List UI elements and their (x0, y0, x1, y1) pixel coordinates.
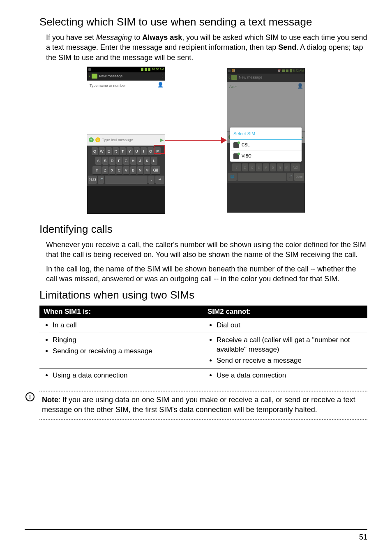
key[interactable]: O (148, 147, 154, 155)
key[interactable]: R (113, 147, 119, 155)
arrow-line (165, 140, 222, 141)
table-cell: Using a data connection (53, 370, 201, 381)
status-bar: 10:30 AM (87, 67, 165, 72)
screenshot-row: 10:30 AM ‹ New message ⋮ Type name or nu… (25, 67, 367, 214)
key[interactable]: W (99, 147, 105, 155)
dialog-title: Select SIM (230, 127, 302, 140)
key[interactable]: F (116, 157, 122, 165)
key[interactable]: Y (127, 147, 133, 155)
key[interactable]: B (130, 166, 136, 174)
space-key[interactable] (105, 176, 148, 184)
table-row: In a call Dial out (39, 318, 367, 333)
key[interactable]: U (134, 147, 140, 155)
recipient-input[interactable]: Type name or number 👤 (87, 81, 165, 89)
symbols-key[interactable]: ?123 (88, 176, 97, 184)
key[interactable]: E (106, 147, 112, 155)
key[interactable]: V (123, 166, 129, 174)
signal-icon (141, 68, 143, 71)
para-calls-2: In the call log, the name of the SIM wil… (46, 264, 367, 284)
mic-key[interactable]: 🎤 (98, 176, 104, 184)
limitations-table: When SIM1 is: SIM2 cannot: In a call Dia… (39, 306, 367, 383)
table-header-sim2: SIM2 cannot: (203, 306, 367, 318)
add-contact-icon[interactable]: 👤 (157, 81, 164, 88)
compose-input[interactable]: Type text message (102, 137, 159, 142)
highlight-box (154, 145, 165, 154)
text: to (132, 33, 142, 42)
key[interactable]: G (123, 157, 129, 165)
send-button[interactable]: ▶ (160, 137, 164, 143)
key[interactable]: K (144, 157, 150, 165)
table-cell: Ringing (53, 335, 201, 346)
message-icon (92, 74, 97, 79)
note-text: : If you are using data on one SIM and y… (42, 396, 355, 414)
enter-key[interactable]: ↵ (155, 176, 164, 184)
sim-icon (233, 153, 239, 159)
info-icon: ! (25, 392, 35, 401)
key[interactable]: M (144, 166, 150, 174)
emoji-icon[interactable]: ☺ (95, 137, 100, 142)
key[interactable]: T (120, 147, 126, 155)
sim-label: VIBO (242, 153, 251, 159)
screen-title: New message (99, 74, 158, 79)
key[interactable]: S (102, 157, 108, 165)
key[interactable]: X (109, 166, 115, 174)
key[interactable]: H (130, 157, 136, 165)
heading-identifying-calls: Identifying calls (39, 222, 367, 236)
table-row: Using a data connection Use a data conne… (39, 368, 367, 383)
status-time: 10:30 AM (152, 67, 164, 71)
key[interactable]: J (137, 157, 143, 165)
usb-icon (88, 68, 91, 71)
table-cell: Dial out (217, 320, 365, 331)
screenshot-new-message: 10:30 AM ‹ New message ⋮ Type name or nu… (87, 67, 165, 214)
text-bold: Always ask (142, 33, 182, 42)
signal-icon (145, 68, 147, 71)
attach-icon[interactable]: + (89, 137, 94, 142)
key[interactable]: C (116, 166, 122, 174)
note-label: Note (42, 396, 58, 404)
table-header-sim1: When SIM1 is: (39, 306, 203, 318)
table-cell: Send or receive a message (217, 355, 365, 366)
para-select-sim: If you have set Messaging to Always ask,… (46, 32, 367, 63)
key[interactable]: Q (92, 147, 98, 155)
table-cell: In a call (53, 320, 201, 331)
key[interactable]: L (151, 157, 157, 165)
key[interactable]: Z (102, 166, 108, 174)
sim-option-csl[interactable]: CSL (230, 140, 302, 151)
overflow-icon[interactable]: ⋮ (160, 73, 164, 79)
text-italic: Messaging (96, 33, 132, 42)
text-bold: Send (278, 43, 296, 51)
screenshot-select-sim-dialog: 📶 ⏰ 8:42 AM ‹ New message Acer 👤 + ▶ (227, 68, 305, 213)
backspace-key[interactable]: ⌫ (151, 166, 160, 174)
table-row: Ringing Sending or receiving a message R… (39, 333, 367, 368)
sim-option-vibo[interactable]: VIBO (230, 151, 302, 162)
compose-bar: + ☺ Type text message ▶ (87, 134, 165, 146)
battery-icon (148, 68, 150, 71)
table-cell: Sending or receiving a message (53, 346, 201, 357)
back-icon[interactable]: ‹ (89, 74, 90, 79)
page-number: 51 (359, 533, 367, 541)
key[interactable]: I (141, 147, 147, 155)
page-footer: 51 (25, 529, 367, 542)
key[interactable]: A (95, 157, 101, 165)
message-body-area (87, 89, 165, 134)
key[interactable]: N (137, 166, 143, 174)
shift-key[interactable]: ⇧ (92, 166, 101, 174)
table-cell: Receive a call (caller will get a "numbe… (217, 335, 365, 355)
key[interactable]: D (109, 157, 115, 165)
period-key[interactable]: . (148, 176, 154, 184)
placeholder: Type name or number (90, 83, 126, 88)
note-box: ! Note: If you are using data on one SIM… (39, 391, 367, 420)
title-bar: ‹ New message ⋮ (87, 72, 165, 81)
para-calls-1: Whenever you receive a call, the caller'… (46, 240, 367, 260)
heading-select-sim: Selecting which SIM to use when sending … (39, 15, 367, 29)
arrow-head-icon (221, 137, 227, 144)
table-cell: Use a data connection (217, 370, 365, 381)
select-sim-dialog: Select SIM CSL VIBO (230, 127, 302, 162)
sim-label: CSL (242, 142, 249, 148)
arrow-indicator (165, 128, 227, 153)
heading-limitations: Limitations when using two SIMs (39, 288, 367, 302)
text: If you have set (46, 33, 96, 42)
sim-icon (233, 142, 239, 148)
